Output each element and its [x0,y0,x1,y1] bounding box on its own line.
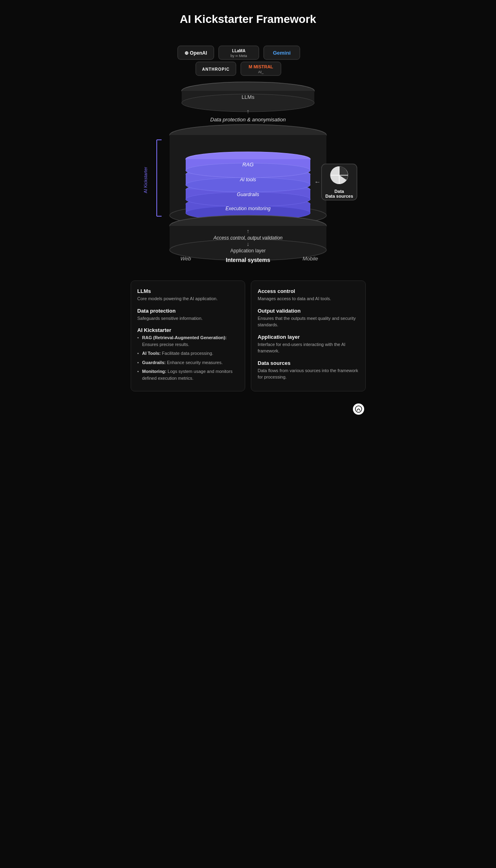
framework-diagram: ⊕ OpenAI LLaMA by ∞ Meta Gemini ANTHROPI… [129,43,367,268]
mistral-sub: AI_ [258,70,264,74]
mistral-logo: M MISTRAL [248,64,273,69]
legend-ds-desc: Data flows from various sources into the… [258,367,359,381]
legend-ac-title: Access control [258,288,359,294]
page-title: AI Kickstarter Framework [124,0,372,35]
legend-list-aitools: AI Tools: Facilitate data processing. [137,350,239,357]
legend-data-sources: Data sources Data flows from various sou… [258,360,359,381]
llama-logo: LLaMA [232,49,245,53]
legend-list-monitoring: Monitoring: Logs system usage and monito… [137,368,239,381]
data-sources-label2: Data sources [325,194,353,199]
datasrc-arrow: ← [314,178,321,185]
legend-right-card: Access control Manages access to data an… [251,280,366,391]
legend-aik-title: AI Kickstarter [137,327,239,333]
legend-ds-title: Data sources [258,360,359,366]
legend-llms: LLMs Core models powering the AI applica… [137,288,239,302]
legend-aik-list: RAG (Retrieval-Augmented Generation): En… [137,334,239,381]
legend-ac-desc: Manages access to data and AI tools. [258,295,359,302]
gemini-logo: Gemini [273,50,291,56]
anthropic-logo: ANTHROPIC [202,67,230,72]
legend-list-guardrails: Guardrails: Enhance security measures. [137,359,239,366]
rag-label: RAG [242,162,254,168]
guardrails-label: Guardrails [237,192,259,197]
legend-ov-desc: Ensures that the outputs meet quality an… [258,315,359,328]
legend-data-protection: Data protection Safeguards sensitive inf… [137,308,239,322]
bottom-arrow-down: ↓ [247,241,250,247]
kickstarter-bracket-label: AI Kickstarter [143,167,148,193]
llama-sub: by ∞ Meta [231,54,247,58]
llms-label: LLMs [242,94,254,100]
mobile-label: Mobile [303,256,318,262]
legend-section: LLMs Core models powering the AI applica… [124,272,372,403]
app-layer-label: Application layer [230,248,266,254]
access-control-label: Access control, output validation [213,235,283,241]
data-sources-label: Data [334,189,344,194]
legend-guardrails-bold: Guardrails: [142,360,166,365]
legend-dp-desc: Safeguards sensitive information. [137,315,239,322]
bottom-logo-area [124,403,372,421]
legend-list-rag: RAG (Retrieval-Augmented Generation): En… [137,334,239,348]
legend-aitools-bold: AI Tools: [142,351,161,356]
legend-ai-kickstarter: AI Kickstarter RAG (Retrieval-Augmented … [137,327,239,381]
internal-systems-label: Internal systems [226,257,271,263]
legend-left-card: LLMs Core models powering the AI applica… [131,280,246,391]
legend-llms-desc: Core models powering the AI application. [137,295,239,302]
legend-monitoring-bold: Monitoring: [142,369,166,374]
arrow-up-dp: ↑ [247,108,250,115]
legend-output-validation: Output validation Ensures that the outpu… [258,308,359,328]
diagram-container: ⊕ OpenAI LLaMA by ∞ Meta Gemini ANTHROPI… [124,35,372,272]
openai-logo: ⊕ OpenAI [184,50,207,56]
web-label: Web [180,256,191,262]
legend-rag-bold: RAG (Retrieval-Augmented Generation): [142,335,227,340]
logo-svg [355,405,362,413]
data-protection-label: Data protection & anonymisation [210,117,286,123]
legend-al-title: Application layer [258,334,359,340]
legend-dp-title: Data protection [137,308,239,314]
legend-llms-title: LLMs [137,288,239,294]
bottom-arrow-up: ↑ [247,228,250,234]
legend-al-desc: Interface for end-users interacting with… [258,341,359,354]
legend-access-control: Access control Manages access to data an… [258,288,359,302]
legend-ov-title: Output validation [258,308,359,314]
company-logo [353,403,364,415]
legend-app-layer: Application layer Interface for end-user… [258,334,359,354]
